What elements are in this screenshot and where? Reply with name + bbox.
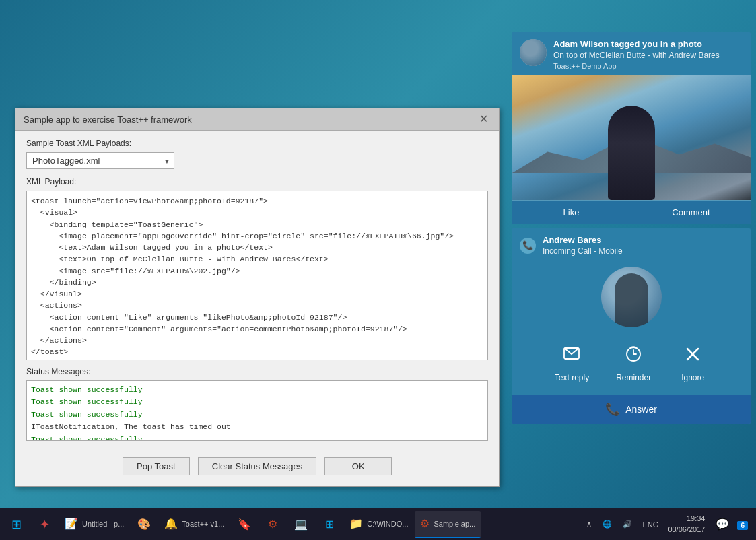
bookmark-icon: 🔖 — [238, 518, 251, 531]
reminder-label: Reminder — [616, 373, 651, 382]
dropdown-wrapper: PhotoTagged.xml IncomingCall.xml Reminde… — [26, 152, 174, 169]
network-icon: 🌐 — [603, 520, 612, 529]
call-app-icon: 📞 — [520, 238, 536, 254]
toast-avatar — [520, 39, 547, 66]
dialog-title: Sample app to exercise Toast++ framework — [24, 114, 192, 125]
language-indicator: ENG — [643, 520, 659, 529]
tray-expand-icon: ∧ — [586, 520, 592, 529]
taskbar-bookmark-icon[interactable]: 🔖 — [231, 511, 258, 538]
taskbar: ⊞ ✦ 📝 Untitled - p... 🎨 🔔 Toast++ v1... … — [0, 508, 756, 540]
answer-label: Answer — [625, 404, 657, 415]
toast-photo-image — [512, 75, 751, 200]
toast-like-button[interactable]: Like — [512, 201, 631, 224]
avatar-image — [520, 39, 547, 66]
desktop: Sample app to exercise Toast++ framework… — [0, 0, 756, 508]
xml-payload-dropdown[interactable]: PhotoTagged.xml IncomingCall.xml Reminde… — [26, 152, 174, 169]
pop-toast-button[interactable]: Pop Toast — [123, 457, 190, 475]
volume-icon: 🔊 — [623, 520, 632, 529]
colorful-icon: 🎨 — [137, 518, 151, 531]
status-label: Status Messages: — [26, 367, 488, 376]
search-button[interactable]: ✦ — [31, 511, 58, 538]
tray-chevron[interactable]: ∧ — [582, 520, 596, 529]
phone-small-icon: 📞 — [522, 240, 533, 250]
taskbar-app-sample-label: Sample ap... — [434, 520, 475, 528]
taskbar-date-display: 03/06/2017 — [668, 525, 705, 535]
answer-phone-icon: 📞 — [605, 402, 620, 417]
code-icon: ⚙ — [268, 518, 277, 531]
xml-content-area[interactable]: <toast launch="action=viewPhoto&amp;phot… — [26, 191, 488, 360]
ok-button[interactable]: OK — [324, 457, 392, 475]
taskbar-green-icon[interactable]: 💻 — [287, 511, 314, 538]
search-icon: ✦ — [40, 517, 50, 532]
toast-photo-subtitle: On top of McClellan Butte - with Andrew … — [553, 50, 743, 61]
notification-icon: 💬 — [716, 518, 729, 531]
windows-icon: ⊞ — [11, 517, 22, 532]
dialog-close-button[interactable]: ✕ — [477, 114, 491, 125]
toast-text-block: Adam Wilson tagged you in a photo On top… — [553, 39, 743, 70]
toast-call-type: Incoming Call - Mobile — [543, 246, 623, 256]
xml-label: XML Payload: — [26, 177, 488, 187]
toast-app-name: Toast++ Demo App — [553, 62, 743, 70]
status-line: Toast shown successfully — [31, 434, 483, 441]
toast-call-actions: Text reply Reminder — [555, 339, 708, 385]
tray-network[interactable]: 🌐 — [598, 520, 616, 529]
ignore-icon — [678, 339, 708, 369]
taskbar-windows-icon[interactable]: ⊞ — [316, 511, 343, 538]
toast-call-body: Text reply Reminder — [512, 260, 751, 395]
dialog-body: Sample Toast XML Payloads: PhotoTagged.x… — [15, 131, 499, 449]
dialog-footer: Pop Toast Clear Status Messages OK — [15, 449, 499, 486]
toast-comment-button[interactable]: Comment — [631, 201, 751, 224]
ignore-action[interactable]: Ignore — [678, 339, 708, 382]
toast-call-text-block: Andrew Bares Incoming Call - Mobile — [543, 235, 623, 256]
toast-app-icon: 🔔 — [164, 517, 178, 530]
windows-start-icon: ⊞ — [325, 518, 334, 531]
call-toast: 📞 Andrew Bares Incoming Call - Mobile — [512, 228, 751, 424]
status-line: Toast shown successfully — [31, 409, 483, 421]
taskbar-left: ⊞ ✦ 📝 Untitled - p... 🎨 🔔 Toast++ v1... … — [3, 511, 582, 538]
toast-container: Adam Wilson tagged you in a photo On top… — [512, 32, 751, 424]
reminder-icon — [619, 339, 648, 369]
notification-badge: 6 — [737, 521, 748, 530]
status-messages-area[interactable]: Toast shown successfully Toast shown suc… — [26, 380, 488, 441]
clear-status-button[interactable]: Clear Status Messages — [198, 457, 316, 475]
toast-photo-actions: Like Comment — [512, 200, 751, 224]
notification-center-button[interactable]: 💬 — [710, 511, 734, 538]
taskbar-app-explorer-label: C:\WINDO... — [367, 520, 408, 528]
ignore-label: Ignore — [681, 373, 704, 382]
text-reply-label: Text reply — [555, 373, 589, 382]
status-line: Toast shown successfully — [31, 384, 483, 396]
taskbar-right: ∧ 🌐 🔊 ENG 19:34 03/06/2017 💬 6 — [582, 511, 753, 538]
toast-call-header: 📞 Andrew Bares Incoming Call - Mobile — [512, 228, 751, 260]
notification-badge-wrapper: 6 — [737, 518, 748, 531]
text-reply-icon — [557, 339, 586, 369]
terminal-icon: 💻 — [294, 518, 308, 531]
taskbar-app-sample[interactable]: ⚙ Sample ap... — [415, 511, 481, 538]
taskbar-time-display: 19:34 — [687, 514, 706, 524]
call-avatar-large — [601, 267, 662, 327]
taskbar-app-toast-label: Toast++ v1... — [182, 520, 224, 528]
notepad-icon: 📝 — [65, 517, 78, 530]
sample-app-icon: ⚙ — [420, 517, 429, 530]
taskbar-app-notepad-label: Untitled - p... — [82, 520, 124, 528]
taskbar-app-notepad[interactable]: 📝 Untitled - p... — [59, 511, 129, 538]
status-line: Toast shown successfully — [31, 396, 483, 408]
call-person-silhouette — [615, 273, 648, 327]
start-button[interactable]: ⊞ — [3, 511, 30, 538]
tray-lang[interactable]: ENG — [639, 520, 663, 529]
taskbar-clock[interactable]: 19:34 03/06/2017 — [665, 514, 708, 535]
toast-photo-header: Adam Wilson tagged you in a photo On top… — [512, 32, 751, 75]
explorer-icon: 📁 — [349, 517, 363, 530]
payload-label: Sample Toast XML Payloads: — [26, 139, 488, 148]
taskbar-app-explorer[interactable]: 📁 C:\WINDO... — [344, 511, 413, 538]
taskbar-squares-icon[interactable]: 🎨 — [131, 511, 158, 538]
tray-volume[interactable]: 🔊 — [619, 520, 636, 529]
reminder-action[interactable]: Reminder — [616, 339, 651, 382]
toast-photo-title: Adam Wilson tagged you in a photo — [553, 39, 743, 50]
person-silhouette — [608, 106, 655, 200]
taskbar-code-icon[interactable]: ⚙ — [259, 511, 286, 538]
toast-caller-name: Andrew Bares — [543, 235, 623, 246]
taskbar-app-toast[interactable]: 🔔 Toast++ v1... — [159, 511, 230, 538]
dialog-titlebar: Sample app to exercise Toast++ framework… — [15, 108, 499, 131]
text-reply-action[interactable]: Text reply — [555, 339, 589, 382]
answer-button[interactable]: 📞 Answer — [512, 395, 751, 424]
